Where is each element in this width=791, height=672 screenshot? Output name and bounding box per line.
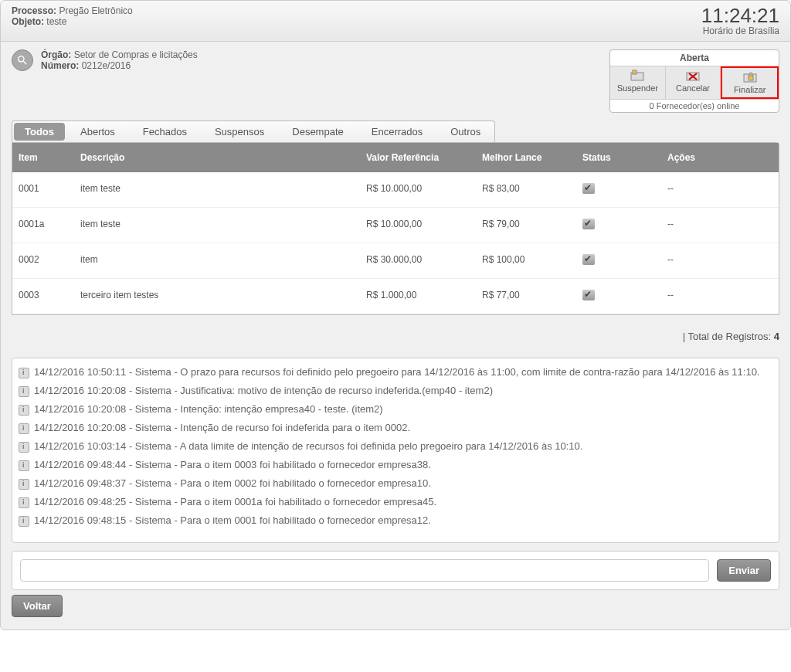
cell-ref: R$ 10.000,00: [360, 208, 476, 243]
cell-acoes: --: [661, 243, 762, 278]
log-line: 14/12/2016 10:50:11 - Sistema - O prazo …: [17, 363, 774, 382]
orgao-label: Órgão:: [41, 49, 71, 60]
suspend-icon: [630, 70, 644, 82]
tab-abertos[interactable]: Abertos: [66, 121, 129, 142]
numero-value: 0212e/2016: [82, 60, 131, 71]
clock: 11:24:21: [701, 5, 779, 25]
table-row[interactable]: 0001item testeR$ 10.000,00R$ 83,00--: [12, 172, 779, 208]
cell-acoes: --: [661, 208, 762, 243]
cell-melhor: R$ 100,00: [476, 243, 576, 278]
log-line: 14/12/2016 09:48:44 - Sistema - Para o i…: [17, 456, 774, 474]
log-text: 14/12/2016 10:20:08 - Sistema - Intenção…: [34, 422, 410, 433]
cell-status: [576, 208, 661, 243]
cell-item: 0002: [12, 243, 74, 278]
cell-item: 0003: [12, 279, 74, 314]
check-icon[interactable]: [582, 219, 595, 229]
check-icon[interactable]: [582, 183, 595, 194]
info-icon: [19, 368, 29, 378]
processo-value: Pregão Eletrônico: [59, 5, 132, 16]
info-icon: [19, 405, 29, 416]
cancelar-button[interactable]: Cancelar: [666, 66, 721, 99]
log-panel[interactable]: 14/12/2016 10:50:11 - Sistema - O prazo …: [12, 358, 779, 543]
log-text: 14/12/2016 09:48:25 - Sistema - Para o i…: [34, 496, 436, 507]
cell-desc: item teste: [74, 172, 360, 207]
cell-melhor: R$ 83,00: [476, 172, 576, 207]
info-icon: [19, 497, 29, 508]
tab-outros[interactable]: Outros: [436, 121, 494, 142]
log-line: 14/12/2016 09:48:15 - Sistema - Para o i…: [17, 511, 774, 530]
tab-todos[interactable]: Todos: [14, 123, 65, 141]
chat-input[interactable]: [20, 559, 709, 582]
log-line: 14/12/2016 09:48:25 - Sistema - Para o i…: [17, 493, 774, 511]
tab-fechados[interactable]: Fechados: [129, 121, 201, 142]
header-bar: Processo: Pregão Eletrônico Objeto: test…: [1, 1, 790, 42]
col-descricao: Descrição: [74, 143, 360, 172]
col-melhor: Melhor Lance: [476, 143, 576, 172]
tab-encerrados[interactable]: Encerrados: [358, 121, 436, 142]
send-button[interactable]: Enviar: [717, 559, 771, 582]
log-text: 14/12/2016 10:20:08 - Sistema - Justific…: [34, 385, 493, 396]
cell-desc: item teste: [74, 208, 360, 243]
log-line: 14/12/2016 10:20:08 - Sistema - Justific…: [17, 382, 774, 400]
log-text: 14/12/2016 09:48:37 - Sistema - Para o i…: [34, 477, 431, 489]
cell-desc: terceiro item testes: [74, 279, 360, 314]
processo-label: Processo:: [12, 5, 56, 16]
cell-status: [576, 172, 661, 207]
orgao-value: Setor de Compras e licitações: [74, 49, 198, 60]
col-item: Item: [12, 143, 74, 172]
cell-status: [576, 279, 661, 314]
tab-desempate[interactable]: Desempate: [278, 121, 357, 142]
info-icon: [19, 442, 29, 453]
status-panel: Aberta Suspender Cancelar Finalizar 0 Fo…: [609, 49, 779, 113]
totals: | Total de Registros: 4: [1, 315, 790, 350]
cell-item: 0001a: [12, 208, 74, 243]
suspender-button[interactable]: Suspender: [610, 66, 666, 99]
col-acoes: Ações: [661, 143, 762, 172]
cell-acoes: --: [661, 279, 762, 314]
log-line: 14/12/2016 09:48:37 - Sistema - Para o i…: [17, 474, 774, 493]
svg-rect-6: [749, 76, 753, 80]
timezone: Horário de Brasília: [701, 25, 779, 36]
col-valor-ref: Valor Referência: [360, 143, 476, 172]
info-icon: [19, 423, 29, 434]
cell-ref: R$ 30.000,00: [360, 243, 476, 278]
tab-suspensos[interactable]: Suspensos: [201, 121, 278, 142]
finalizar-button[interactable]: Finalizar: [721, 66, 779, 99]
cell-ref: R$ 10.000,00: [360, 172, 476, 207]
numero-label: Número:: [41, 60, 79, 71]
items-table: Item Descrição Valor Referência Melhor L…: [12, 142, 779, 315]
cell-ref: R$ 1.000,00: [360, 279, 476, 314]
cancel-icon: [686, 70, 700, 82]
log-text: 14/12/2016 10:03:14 - Sistema - A data l…: [34, 440, 582, 452]
status-title: Aberta: [610, 50, 779, 66]
cell-desc: item: [74, 243, 360, 278]
log-line: 14/12/2016 10:20:08 - Sistema - Intenção…: [17, 419, 774, 437]
svg-rect-1: [633, 70, 637, 74]
table-row[interactable]: 0001aitem testeR$ 10.000,00R$ 79,00--: [12, 208, 779, 243]
info-icon: [19, 516, 29, 527]
cell-acoes: --: [661, 172, 762, 207]
table-header: Item Descrição Valor Referência Melhor L…: [12, 143, 779, 172]
info-icon: [19, 479, 29, 490]
objeto-value: teste: [46, 16, 66, 27]
log-line: 14/12/2016 10:20:08 - Sistema - Intenção…: [17, 400, 774, 419]
table-row[interactable]: 0003terceiro item testesR$ 1.000,00R$ 77…: [12, 279, 779, 314]
log-text: 14/12/2016 09:48:44 - Sistema - Para o i…: [34, 459, 431, 470]
table-row[interactable]: 0002itemR$ 30.000,00R$ 100,00--: [12, 243, 779, 279]
check-icon[interactable]: [582, 254, 595, 265]
info-icon: [19, 386, 29, 397]
log-line: 14/12/2016 10:03:14 - Sistema - A data l…: [17, 437, 774, 456]
back-button[interactable]: Voltar: [12, 595, 63, 617]
log-text: 14/12/2016 10:20:08 - Sistema - Intenção…: [34, 403, 383, 415]
cell-melhor: R$ 77,00: [476, 279, 576, 314]
cell-item: 0001: [12, 172, 74, 207]
finalize-icon: [743, 71, 757, 83]
fornecedores-online: 0 Fornecedor(es) online: [610, 99, 779, 112]
log-text: 14/12/2016 10:50:11 - Sistema - O prazo …: [34, 366, 760, 378]
check-icon[interactable]: [582, 290, 595, 300]
cell-status: [576, 243, 661, 278]
objeto-label: Objeto:: [12, 16, 44, 27]
cell-melhor: R$ 79,00: [476, 208, 576, 243]
search-icon[interactable]: [12, 49, 33, 71]
tabs: Todos Abertos Fechados Suspensos Desempa…: [12, 120, 495, 142]
